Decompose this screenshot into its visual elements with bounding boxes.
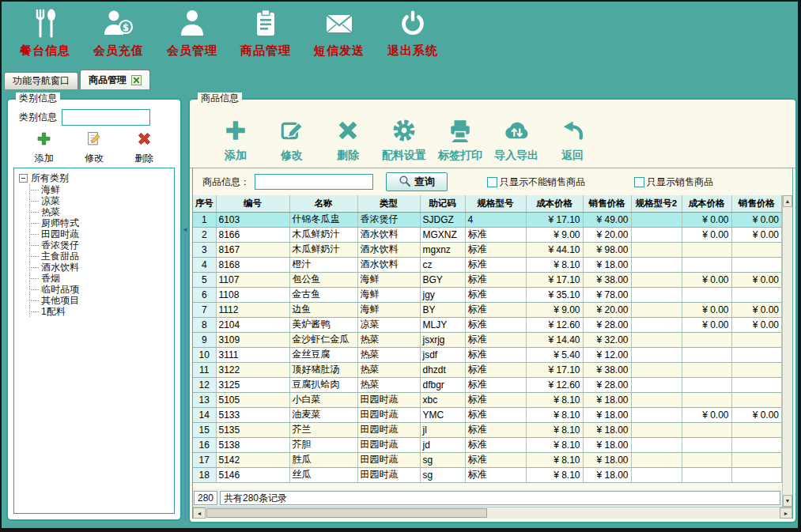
hscroll-track[interactable]: [206, 507, 780, 519]
import-export-button[interactable]: 导入导出: [494, 118, 538, 163]
table-row[interactable]: 51107包公鱼海鲜BGY标准¥ 17.10¥ 38.00¥ 0.00¥ 0.0…: [193, 272, 782, 287]
return-button[interactable]: 返回: [550, 118, 595, 163]
checkbox-unsellable[interactable]: [487, 177, 497, 187]
cell: [731, 392, 782, 407]
column-header[interactable]: 编号: [216, 195, 289, 212]
scroll-down-icon[interactable]: ▼: [783, 495, 792, 507]
category-edit-button[interactable]: 修改: [85, 131, 104, 165]
splitter-collapse-icon[interactable]: ◄: [182, 227, 188, 233]
filter-unsellable[interactable]: 只显示不能销售商品: [487, 175, 585, 189]
product-delete-button[interactable]: 删除: [326, 118, 370, 163]
tree-item[interactable]: 厨师特式: [41, 217, 172, 228]
table-row[interactable]: 165138芥胆田园时蔬jd标准¥ 8.10¥ 18.00: [193, 437, 782, 452]
cell: [682, 392, 731, 407]
nav-member-recharge[interactable]: $ 会员充值: [85, 6, 153, 58]
table-row[interactable]: 16103什锦冬瓜盅香浓煲仔SJDGZ4¥ 17.10¥ 49.00¥ 0.00…: [193, 212, 782, 227]
category-input[interactable]: [62, 109, 150, 126]
column-header[interactable]: 销售价格: [731, 195, 782, 212]
panel-splitter[interactable]: ◄: [182, 165, 188, 521]
tree-item[interactable]: 凉菜: [41, 195, 172, 206]
collapse-minus-icon[interactable]: [19, 174, 28, 183]
table-row[interactable]: 61108金古鱼海鲜jgy标准¥ 35.10¥ 78.00: [193, 287, 782, 302]
tree-item[interactable]: 主食甜品: [41, 251, 172, 262]
cell: ¥ 44.10: [526, 242, 583, 257]
cell: 标准: [465, 362, 526, 377]
table-row[interactable]: 71112边鱼海鲜BY标准¥ 9.00¥ 20.00¥ 0.00¥ 0.00: [193, 302, 782, 317]
filter-sellable[interactable]: 只显示销售商品: [634, 175, 713, 189]
scroll-left-icon[interactable]: ◄: [193, 507, 206, 519]
tree-item[interactable]: 酒水饮料: [41, 262, 172, 273]
tree-item[interactable]: 其他项目: [41, 295, 172, 306]
cell: 1112: [216, 302, 289, 317]
cell: 3111: [216, 347, 289, 362]
horizontal-scrollbar[interactable]: ◄ ►: [193, 507, 792, 519]
nav-table-info[interactable]: 餐台信息: [11, 6, 79, 58]
cell: jd: [420, 437, 465, 452]
tree-item[interactable]: 临时品项: [41, 284, 172, 295]
cell: sg: [420, 452, 465, 467]
nav-sms[interactable]: 短信发送: [305, 6, 373, 58]
scroll-right-icon[interactable]: ►: [780, 507, 792, 519]
cell: [731, 257, 782, 272]
tree-item[interactable]: 1配料: [41, 306, 172, 317]
category-panel: 类别信息 类别信息 添加 修改: [6, 98, 182, 521]
cell: 标准: [465, 272, 526, 287]
table-row[interactable]: 113122顶好猪肚汤热菜dhzdt标准¥ 17.10¥ 38.00: [193, 362, 782, 377]
tree-item[interactable]: 热菜: [41, 206, 172, 217]
column-header[interactable]: 成本价格: [526, 195, 583, 212]
nav-label: 餐台信息: [20, 43, 70, 58]
table-row[interactable]: 175142胜瓜田园时蔬sg标准¥ 8.10¥ 18.00: [193, 452, 782, 467]
main-toolbar: 餐台信息 $ 会员充值 会员管理 商品管理 短信发送: [2, 2, 798, 68]
tab-product-mgmt[interactable]: 商品管理: [80, 70, 150, 89]
product-edit-button[interactable]: 修改: [270, 118, 314, 163]
cell: [631, 362, 682, 377]
tree-item[interactable]: 香烟: [41, 273, 172, 284]
checkbox-sellable[interactable]: [634, 177, 644, 187]
column-header[interactable]: 序号: [193, 195, 216, 212]
product-search-input[interactable]: [255, 174, 373, 190]
product-add-button[interactable]: 添加: [213, 118, 258, 163]
ingredient-settings-button[interactable]: 配料设置: [382, 118, 426, 163]
tree-item[interactable]: 田园时蔬: [41, 228, 172, 240]
cell: [682, 467, 731, 482]
tab-nav-window[interactable]: 功能导航窗口: [4, 72, 78, 89]
column-header[interactable]: 类型: [357, 195, 420, 212]
column-header[interactable]: 成本价格: [682, 195, 731, 212]
cell: ¥ 5.40: [526, 347, 583, 362]
tree-item[interactable]: 香浓煲仔: [41, 240, 172, 251]
vertical-scrollbar[interactable]: ▲ ▼: [782, 195, 792, 507]
label-print-button[interactable]: 标签打印: [438, 118, 482, 163]
table-row[interactable]: 48168橙汁酒水饮料cz标准¥ 8.10¥ 18.00: [193, 257, 782, 272]
table-row[interactable]: 135105小白菜田园时蔬xbc标准¥ 8.10¥ 18.00: [193, 392, 782, 407]
table-row[interactable]: 103111金丝豆腐热菜jsdf标准¥ 5.40¥ 12.00: [193, 347, 782, 362]
table-row[interactable]: 185146丝瓜田园时蔬sg标准¥ 8.10¥ 18.00: [193, 467, 782, 482]
nav-product-mgmt[interactable]: 商品管理: [232, 6, 300, 58]
category-delete-button[interactable]: 删除: [134, 131, 153, 165]
scroll-up-icon[interactable]: ▲: [783, 195, 792, 207]
hscroll-thumb[interactable]: [206, 508, 487, 518]
column-header[interactable]: 助记码: [420, 195, 465, 212]
column-header[interactable]: 规格型号2: [631, 195, 682, 212]
tree-item[interactable]: 海鲜: [41, 184, 172, 195]
category-add-button[interactable]: 添加: [35, 131, 54, 165]
cell: 6103: [216, 212, 289, 227]
cell: ¥ 49.00: [583, 212, 631, 227]
column-header[interactable]: 名称: [289, 195, 357, 212]
query-button[interactable]: 查询: [386, 172, 448, 191]
cell: 3: [193, 242, 216, 257]
cell: 标准: [465, 452, 526, 467]
table-row[interactable]: 38167木瓜鲜奶汁酒水饮料mgxnz标准¥ 44.10¥ 98.00: [193, 242, 782, 257]
column-header[interactable]: 销售价格: [583, 195, 631, 212]
cell: jl: [420, 422, 465, 437]
table-row[interactable]: 155135芥兰田园时蔬jl标准¥ 8.10¥ 18.00: [193, 422, 782, 437]
table-row[interactable]: 123125豆腐扒蛤肉热菜dfbgr标准¥ 12.60¥ 28.00: [193, 377, 782, 392]
table-row[interactable]: 93109金沙虾仁金瓜热菜jsxrjg标准¥ 14.40¥ 32.00: [193, 332, 782, 347]
nav-exit[interactable]: 退出系统: [379, 6, 447, 58]
table-row[interactable]: 82104美炉酱鸭凉菜MLJY标准¥ 12.60¥ 28.00¥ 0.00¥ 0…: [193, 317, 782, 332]
nav-member-mgmt[interactable]: 会员管理: [158, 6, 226, 58]
table-row[interactable]: 145133油麦菜田园时蔬YMC标准¥ 8.10¥ 18.00¥ 0.00¥ 0…: [193, 407, 782, 422]
table-row[interactable]: 28166木瓜鲜奶汁酒水饮料MGXNZ标准¥ 9.00¥ 20.00¥ 0.00…: [193, 227, 782, 242]
column-header[interactable]: 规格型号: [465, 195, 526, 212]
tab-close-icon[interactable]: [131, 75, 142, 85]
tree-root[interactable]: 所有类别: [19, 172, 172, 183]
